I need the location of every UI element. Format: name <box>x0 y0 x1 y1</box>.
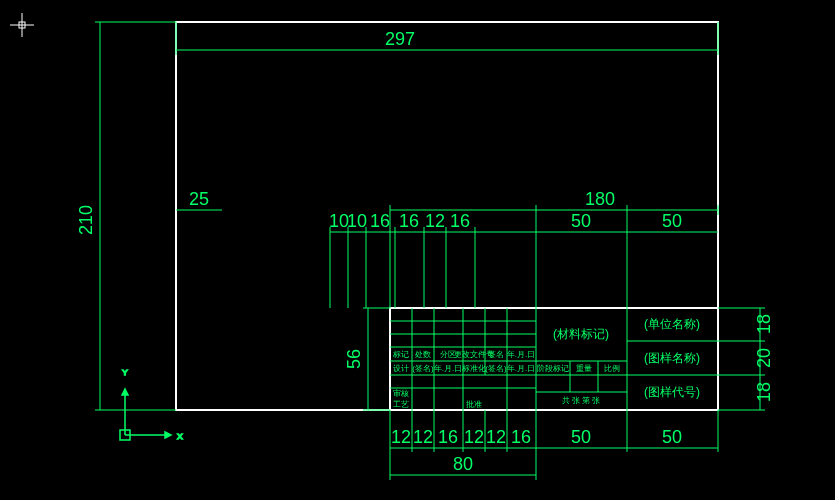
svg-text:12: 12 <box>425 211 445 231</box>
hdr-check: 审核 <box>393 389 409 398</box>
lbl-stage: 阶段标记 <box>537 364 569 373</box>
dim-297 <box>176 22 718 55</box>
hdr-std-date: 年.月.日 <box>507 364 535 373</box>
svg-marker-7 <box>122 389 128 395</box>
dim-180-text: 180 <box>585 189 615 209</box>
svg-text:12: 12 <box>391 427 411 447</box>
svg-text:18: 18 <box>754 314 774 334</box>
svg-text:12: 12 <box>486 427 506 447</box>
svg-text:10: 10 <box>347 211 367 231</box>
dim-25-text: 25 <box>189 189 209 209</box>
hdr-std: 标准化 <box>461 364 486 373</box>
dim-297-text: 297 <box>385 29 415 49</box>
svg-text:Y: Y <box>122 368 128 377</box>
svg-text:12: 12 <box>413 427 433 447</box>
svg-text:50: 50 <box>662 427 682 447</box>
ucs-icon: Y X <box>120 368 183 441</box>
dim-210 <box>95 22 176 410</box>
hdr-mark: 标记 <box>392 350 409 359</box>
lbl-weight: 重量 <box>576 364 592 373</box>
svg-text:16: 16 <box>438 427 458 447</box>
dim-80-text: 80 <box>453 454 473 474</box>
svg-text:16: 16 <box>450 211 470 231</box>
dim-56-text: 56 <box>344 349 364 369</box>
dim-210-text: 210 <box>76 205 96 235</box>
svg-text:12: 12 <box>464 427 484 447</box>
svg-text:50: 50 <box>571 427 591 447</box>
svg-text:20: 20 <box>754 348 774 368</box>
hdr-design-sign: (签名) <box>412 364 434 373</box>
svg-text:X: X <box>177 432 183 441</box>
hdr-approve: 批准 <box>466 400 482 409</box>
lbl-sheets: 共 张 第 张 <box>562 396 601 405</box>
svg-text:50: 50 <box>662 211 682 231</box>
cursor-crosshair <box>10 13 34 37</box>
svg-text:50: 50 <box>571 211 591 231</box>
hdr-date: 年.月.日 <box>507 350 535 359</box>
hdr-count: 处数 <box>415 350 431 359</box>
hdr-sign: 签名 <box>488 350 504 359</box>
hdr-design-date: 年.月.日 <box>434 364 462 373</box>
lbl-drawname: (图样名称) <box>644 351 700 365</box>
dim-56 <box>363 308 390 410</box>
svg-text:16: 16 <box>399 211 419 231</box>
lbl-scale: 比例 <box>604 364 620 373</box>
dims-top-cols <box>330 227 718 308</box>
svg-marker-5 <box>165 432 171 438</box>
hdr-std-sign: (签名) <box>485 364 507 373</box>
hdr-tech: 工艺 <box>393 400 409 409</box>
lbl-material: (材料标记) <box>553 327 609 341</box>
title-block: 标记 处数 分区 更改文件号 签名 年.月.日 设计 (签名) 年.月.日 标准… <box>390 308 718 410</box>
lbl-company: (单位名称) <box>644 317 700 331</box>
svg-text:16: 16 <box>370 211 390 231</box>
lbl-drawno: (图样代号) <box>644 385 700 399</box>
hdr-design: 设计 <box>393 364 409 373</box>
svg-text:18: 18 <box>754 382 774 402</box>
svg-text:16: 16 <box>511 427 531 447</box>
